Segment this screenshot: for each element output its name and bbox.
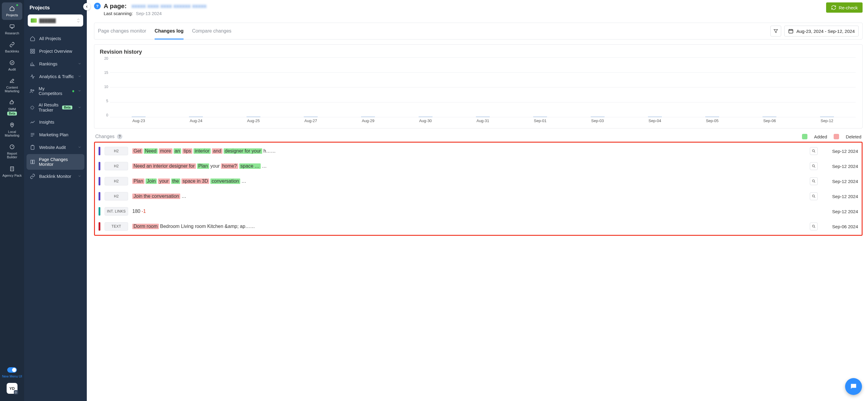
svg-rect-12 [31,146,34,150]
tabs-bar: Page changes monitor Changes log Compare… [94,23,863,39]
sidebar-item-label: Page Changes Monitor [39,157,82,167]
home-icon [8,5,16,12]
sidebar-item-website-audit[interactable]: Website Audit [27,142,84,153]
changes-legend: Added Deleted [802,134,861,139]
change-kind-chip: H2 [104,162,128,171]
search-icon [812,149,816,153]
chart-x-label: Aug-23 [132,119,145,126]
changes-label: Changes [95,134,115,139]
change-date: Sep-06 2024 [822,224,858,229]
svg-point-17 [812,195,814,197]
sidebar-item-backlink-monitor[interactable]: Backlink Monitor [27,171,84,182]
link-icon [8,41,16,48]
chart-x-label: Aug-30 [419,119,432,126]
tab-page-changes-monitor[interactable]: Page changes monitor [98,23,146,39]
rail-item-local[interactable]: Local Marketing [2,119,22,140]
sidebar-item-all-projects[interactable]: All Projects [27,33,84,44]
svg-rect-6 [30,49,32,51]
chevron-down-icon [78,89,82,93]
chevron-down-icon [78,74,82,79]
search-icon [812,164,816,168]
rail-item-projects[interactable]: Projects [2,2,22,20]
chart-x-label: Sep-12 [821,119,833,126]
sidebar-item-competitors[interactable]: My Competitors [27,83,84,99]
sidebar-item-marketing-plan[interactable]: Marketing Plan [27,129,84,141]
change-content: Dorm roomBedroom Living room Kitchen &am… [132,224,806,229]
change-search-button[interactable] [810,192,818,200]
chevron-up-down-icon [76,19,80,23]
new-menu-toggle-group: New Menu UI YD [2,367,22,401]
tab-changes-log[interactable]: Changes log [155,23,184,39]
change-date: Sep-12 2024 [822,179,858,184]
svg-point-5 [16,392,16,393]
edit-icon [8,77,16,85]
change-search-button[interactable] [810,177,818,185]
change-content: GetNeedmoreantipsinterioranddesigner for… [132,148,806,154]
change-search-button[interactable] [810,162,818,170]
toggle-label: New Menu UI [2,374,22,378]
date-range-picker[interactable]: Aug-23, 2024 - Sep-12, 2024 [784,26,859,36]
home-icon [30,36,36,41]
rail-label: Report Builder [2,152,22,159]
change-row: TEXTDorm roomBedroom Living room Kitchen… [97,220,859,235]
rail-item-audit[interactable]: Audit [2,57,22,74]
sidebar-item-label: Analytics & Traffic [39,74,74,79]
legend-swatch-deleted [834,134,839,139]
change-search-button[interactable] [810,222,818,230]
chat-icon [849,382,858,391]
rail-item-content[interactable]: Content Marketing [2,75,22,96]
rail-item-backlinks[interactable]: Backlinks [2,39,22,56]
sidebar-item-page-changes[interactable]: Page Changes Monitor [27,154,84,170]
svg-point-10 [31,90,32,91]
changes-header: Changes ? Added Deleted [94,134,863,139]
link-icon [30,173,36,179]
change-content: 180 -1 [132,209,806,214]
chevron-down-icon [78,145,82,150]
tab-compare-changes[interactable]: Compare changes [192,23,231,39]
sidebar-item-overview[interactable]: Project Overview [27,45,84,57]
chevron-down-icon [78,174,82,179]
change-stripe [98,177,100,185]
chat-fab[interactable] [845,378,862,395]
date-range-label: Aug-23, 2024 - Sep-12, 2024 [797,29,855,34]
chart-title: Revision history [100,49,857,55]
sidebar-item-label: Website Audit [39,145,66,150]
filter-button[interactable] [770,26,781,36]
recheck-button[interactable]: Re-check [826,2,863,13]
clipboard-icon [30,145,36,150]
rail-label: Backlinks [5,50,19,53]
monitor-icon [8,23,16,30]
sidebar-item-label: Insights [39,120,54,125]
change-stripe [98,147,100,155]
change-kind-chip: TEXT [104,222,128,230]
svg-rect-13 [789,30,793,33]
sidebar-item-ai-results[interactable]: AI Results Tracker Beta [27,99,84,116]
help-icon[interactable]: ? [117,134,122,139]
info-badge[interactable]: ? [94,3,101,9]
change-search-button[interactable] [810,147,818,155]
rail-label: Content Marketing [2,86,22,93]
rail-item-research[interactable]: Research [2,21,22,38]
sidebar-item-rankings[interactable]: Rankings [27,58,84,70]
project-switcher[interactable]: ██████ [28,14,83,27]
sidebar-item-analytics[interactable]: Analytics & Traffic [27,70,84,83]
gauge-icon [8,143,16,150]
book-icon [30,159,35,165]
legend-swatch-added [802,134,807,139]
svg-rect-9 [33,52,35,53]
rail-item-agency[interactable]: Agency Pack [2,163,22,180]
sidebar-item-label: Marketing Plan [39,132,68,137]
svg-point-14 [812,150,814,152]
change-kind-chip: H2 [104,192,128,201]
svg-point-18 [812,225,814,227]
trend-icon [30,119,36,125]
rail-item-report[interactable]: Report Builder [2,141,22,162]
check-circle-icon [8,59,16,66]
new-menu-toggle[interactable] [7,367,17,373]
chart-x-label: Aug-25 [247,119,260,126]
rail-item-smm[interactable]: SMM Beta [2,96,22,119]
user-avatar[interactable]: YD [7,383,18,394]
svg-point-11 [33,90,34,91]
sidebar-item-insights[interactable]: Insights [27,116,84,128]
rail-label: Local Marketing [2,130,22,137]
